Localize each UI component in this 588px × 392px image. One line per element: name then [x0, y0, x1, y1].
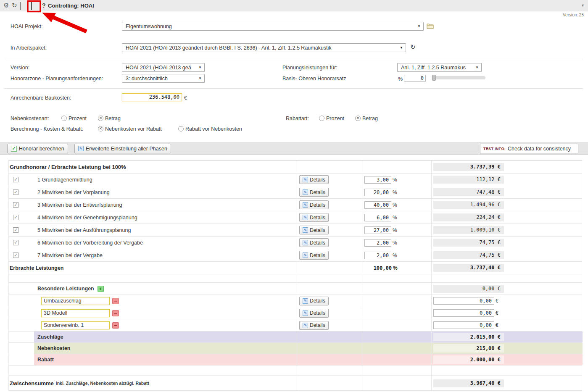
percent-sign: %	[393, 215, 397, 221]
phase-percent-input[interactable]: 2,00	[364, 239, 391, 247]
nebenkostenart-betrag-radio[interactable]	[98, 116, 103, 121]
detach-window-icon[interactable]	[31, 3, 32, 10]
phase-percent-input[interactable]: 2,00	[364, 252, 391, 259]
honorarzone-select[interactable]: 3: durchschnittlich	[122, 74, 205, 83]
rabatt-vor-nk-radio[interactable]	[178, 126, 184, 132]
rabattart-label: Rabattart:	[286, 116, 309, 121]
details-button[interactable]: Details	[299, 175, 329, 184]
remove-besondere-icon[interactable]: −	[112, 298, 119, 304]
phase-percent-input[interactable]: 3,00	[364, 176, 391, 184]
details-button[interactable]: Details	[299, 321, 329, 330]
besondere-name-input[interactable]: Umbauzuschlag	[41, 297, 110, 305]
reload-workpackage-icon[interactable]	[410, 44, 416, 50]
phase-checkbox[interactable]	[13, 177, 18, 182]
besondere-item-row: Sondervereinb. 1 − Details 0,00€	[9, 319, 582, 331]
phase-checkbox[interactable]	[13, 240, 18, 245]
calc-fee-button-label: Honorar berechnen	[19, 146, 64, 152]
erbracht-value: 3.737,40 €	[433, 264, 504, 272]
rabattart-betrag-radio[interactable]	[355, 116, 361, 121]
section-header-row: Grundhonorar / Erbrachte Leistung bei 10…	[9, 160, 582, 174]
basis-percent-input[interactable]: 0	[404, 75, 426, 82]
details-button[interactable]: Details	[299, 309, 329, 318]
details-button[interactable]: Details	[299, 200, 329, 209]
spacer-row	[9, 274, 582, 283]
details-button[interactable]: Details	[299, 226, 329, 234]
phase-row: 3 Mitwirken bei der Entwurfsplanung Deta…	[9, 199, 582, 211]
chevron-down-icon	[198, 66, 202, 69]
project-select[interactable]: Eigentumswohnung	[122, 22, 424, 31]
planungsleistungen-select[interactable]: Anl. 1, Ziff. 1.2.5 Raumakus	[397, 63, 482, 72]
baukosten-input[interactable]: 236.548,00	[122, 93, 182, 101]
details-button[interactable]: Details	[299, 297, 329, 305]
zwischensumme-row: Zwischensumme inkl. Zuschläge, Nebenkost…	[9, 376, 582, 391]
phase-label: 2 Mitwirken bei der Vorplanung	[34, 186, 297, 198]
besondere-total: 0,00 €	[433, 285, 504, 293]
remove-besondere-icon[interactable]: −	[112, 310, 119, 316]
remove-besondere-icon[interactable]: −	[112, 322, 119, 329]
details-button[interactable]: Details	[299, 238, 329, 247]
phase-row: 4 Mitwirken bei der Genehmigungsplanung …	[9, 211, 582, 224]
slider-thumb[interactable]	[432, 75, 436, 81]
percent-sign: %	[393, 265, 398, 271]
project-label: HOAI Projekt:	[11, 24, 42, 29]
section-total-value: 3.737,39 €	[433, 163, 504, 171]
rabattart-prozent-radio[interactable]	[319, 116, 324, 121]
planungsleistungen-select-value: Anl. 1, Ziff. 1.2.5 Raumakus	[401, 65, 466, 71]
toolbar-chevron-down-icon[interactable]	[581, 3, 585, 8]
besondere-name-input[interactable]: 3D Modell	[41, 309, 110, 317]
details-button[interactable]: Details	[299, 188, 329, 197]
version-select[interactable]: HOAI 2021 (HOAI 2013 geä	[122, 63, 205, 72]
workpackage-select[interactable]: HOAI 2021 (HOAI 2013 geändert durch BGBl…	[122, 43, 406, 52]
basis-slider[interactable]	[432, 76, 485, 79]
rabattart-prozent-label: Prozent	[326, 116, 344, 121]
extended-settings-button-label: Erweiterte Einstellung aller Phasen	[86, 146, 167, 152]
phase-percent-input[interactable]: 40,00	[364, 201, 391, 209]
phase-percent-input[interactable]: 6,00	[364, 214, 391, 221]
besondere-value-input[interactable]: 0,00	[433, 321, 494, 329]
print-icon[interactable]	[20, 3, 21, 10]
euro-sign: €	[496, 310, 498, 316]
details-button[interactable]: Details	[299, 213, 329, 222]
open-folder-icon[interactable]	[427, 23, 434, 31]
refresh-icon[interactable]	[12, 2, 17, 9]
phase-percent-input[interactable]: 20,00	[364, 189, 391, 196]
percent-sign: %	[393, 253, 397, 258]
divider	[4, 88, 583, 89]
phase-checkbox[interactable]	[13, 253, 18, 258]
baukosten-label: Anrechenbare Baukosten:	[11, 95, 71, 101]
app-window: Controlling: HOAI Version: 25 HOAI Proje…	[0, 0, 588, 392]
percent-sign: %	[393, 177, 397, 183]
gear-icon[interactable]	[3, 2, 9, 9]
details-button[interactable]: Details	[299, 251, 329, 260]
phase-checkbox[interactable]	[13, 227, 18, 233]
extended-settings-button[interactable]: Erweiterte Einstellung aller Phasen	[74, 144, 171, 153]
phase-checkbox[interactable]	[13, 202, 18, 208]
test-info-box: TEST INFO: Check data for consistency	[480, 144, 578, 153]
nebenkostenart-prozent-radio[interactable]	[61, 116, 67, 121]
besondere-header-row: Besondere Leistungen + 0,00 €	[9, 283, 582, 295]
nk-vor-rabatt-radio[interactable]	[98, 126, 103, 132]
summary-row-rabatt: Rabatt 2.000,00 €	[9, 354, 582, 366]
phase-checkbox[interactable]	[13, 189, 18, 195]
chevron-down-icon	[198, 76, 202, 80]
percent-sign: %	[393, 202, 397, 208]
phase-row: 6 Mitwirken bei der Vorbereitung der Ver…	[9, 237, 582, 249]
phase-label: 6 Mitwirken bei der Vorbereitung der Ver…	[34, 237, 297, 249]
help-icon[interactable]	[42, 2, 46, 9]
besondere-value-input[interactable]: 0,00	[433, 297, 494, 305]
besondere-name-input[interactable]: Sondervereinb. 1	[41, 321, 110, 329]
phase-label: 3 Mitwirken bei der Entwurfsplanung	[34, 199, 297, 211]
action-bar: Honorar berechnen Erweiterte Einstellung…	[0, 142, 588, 155]
add-besondere-icon[interactable]: +	[98, 286, 104, 292]
rabatt-vor-nk-label: Rabatt vor Nebenkosten	[185, 126, 242, 132]
calc-fee-button[interactable]: Honorar berechnen	[7, 144, 68, 153]
besondere-item-row: Umbauzuschlag − Details 0,00€	[9, 295, 582, 307]
edit-form-icon	[78, 146, 84, 151]
phase-row: 2 Mitwirken bei der Vorplanung Details 2…	[9, 186, 582, 199]
phase-percent-input[interactable]: 27,00	[364, 226, 391, 234]
percent-sign: %	[393, 240, 397, 246]
phase-checkbox[interactable]	[13, 215, 18, 220]
besondere-value-input[interactable]: 0,00	[433, 309, 494, 317]
rabattart-betrag-label: Betrag	[362, 116, 378, 121]
edit-details-icon	[303, 189, 308, 195]
